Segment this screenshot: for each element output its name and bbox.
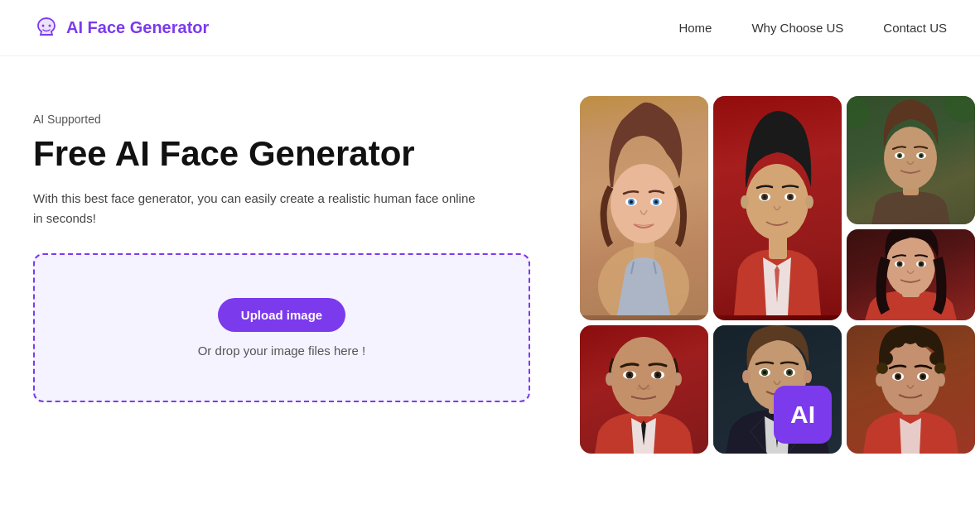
svg-point-64	[763, 371, 766, 374]
svg-point-1	[49, 24, 51, 26]
face-image-4	[847, 229, 975, 320]
svg-point-55	[636, 387, 641, 390]
face-image-5	[580, 325, 708, 454]
svg-point-25	[805, 195, 813, 209]
svg-point-12	[654, 200, 658, 204]
svg-point-67	[788, 371, 791, 374]
image-grid: AI	[580, 96, 975, 454]
svg-point-76	[934, 363, 946, 374]
svg-point-74	[876, 363, 888, 374]
face-image-7	[847, 325, 975, 454]
svg-point-58	[673, 372, 682, 386]
svg-point-42	[899, 263, 901, 266]
main-nav: Home Why Choose US Contact US	[678, 21, 947, 35]
svg-point-57	[606, 372, 614, 386]
svg-point-34	[920, 155, 923, 157]
svg-point-9	[630, 200, 633, 204]
svg-point-17	[746, 164, 809, 240]
svg-point-87	[937, 373, 945, 387]
main-content: AI Supported Free AI Face Generator With…	[0, 56, 980, 514]
upload-zone[interactable]: Upload image Or drop your image files he…	[33, 253, 530, 402]
right-panel: AI	[580, 96, 975, 454]
svg-point-82	[896, 375, 900, 378]
ai-overlay: AI	[774, 386, 832, 444]
svg-point-23	[789, 195, 792, 199]
ai-badge: AI Supported	[33, 113, 547, 126]
svg-point-24	[741, 195, 749, 209]
nav-home[interactable]: Home	[678, 21, 712, 35]
svg-point-86	[876, 373, 884, 387]
svg-point-48	[611, 337, 677, 416]
svg-point-51	[628, 373, 631, 377]
svg-point-45	[920, 263, 923, 266]
logo: AI Face Generator	[33, 15, 209, 41]
face-image-1	[580, 96, 708, 320]
svg-point-20	[763, 195, 766, 199]
upload-button[interactable]: Upload image	[218, 298, 345, 332]
svg-point-0	[42, 24, 45, 26]
nav-contact[interactable]: Contact US	[883, 21, 947, 35]
nav-why-choose[interactable]: Why Choose US	[751, 21, 843, 35]
main-title: Free AI Face Generator	[33, 134, 547, 174]
header: AI Face Generator Home Why Choose US Con…	[0, 0, 980, 56]
svg-point-54	[656, 373, 659, 377]
logo-icon	[33, 15, 60, 41]
left-panel: AI Supported Free AI Face Generator With…	[33, 96, 547, 402]
logo-text: AI Face Generator	[66, 18, 209, 37]
svg-point-56	[646, 387, 651, 390]
svg-point-85	[921, 375, 924, 378]
svg-point-69	[804, 370, 812, 383]
face-image-6: AI	[713, 325, 842, 454]
svg-point-28	[884, 127, 937, 190]
face-image-2	[713, 96, 842, 320]
svg-point-31	[899, 155, 901, 157]
subtitle: With this best face generator, you can e…	[33, 189, 480, 228]
face-image-3	[847, 96, 975, 224]
svg-point-6	[611, 164, 677, 243]
svg-point-68	[742, 370, 751, 383]
drop-text: Or drop your image files here !	[198, 343, 366, 358]
svg-point-79	[915, 333, 930, 348]
